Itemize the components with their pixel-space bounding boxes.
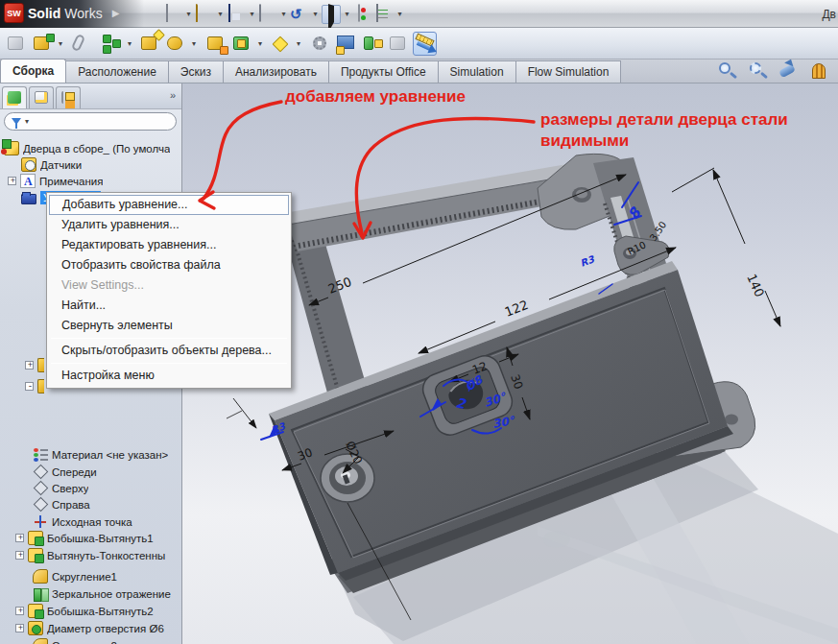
tree-item-hole-diameter[interactable]: Диаметр отверстия Ø6 — [0, 620, 181, 636]
filter-funnel-icon — [12, 118, 21, 125]
tree-item-mirror1[interactable]: Зеркальное отражение — [0, 585, 181, 602]
assembly-features-button[interactable]: ▾ — [230, 32, 254, 56]
undo-button[interactable]: ↺ — [290, 5, 309, 24]
expand-toggle[interactable] — [25, 382, 34, 391]
menu-item-find[interactable]: Найти... — [49, 296, 289, 316]
expand-toggle[interactable] — [8, 177, 16, 185]
dropdown-arrow[interactable]: ▾ — [258, 39, 262, 48]
tree-item-front-plane[interactable]: Спереди — [0, 464, 181, 480]
tree-item-boss-extrude2[interactable]: Бобышка-Вытянуть2 — [0, 603, 181, 619]
tab-featuremanager-tree[interactable] — [2, 86, 27, 108]
zoom-area-icon — [750, 62, 761, 74]
rebuild-button[interactable] — [353, 5, 372, 24]
design-checker-button[interactable] — [374, 5, 394, 24]
print-button[interactable] — [258, 5, 277, 24]
dropdown-arrow[interactable]: ▾ — [184, 5, 193, 24]
dropdown-arrow[interactable]: ▾ — [248, 5, 256, 24]
tree-item-root[interactable]: Дверца в сборе_ (По умолча — [0, 140, 181, 156]
checklist-icon — [376, 4, 378, 22]
tab-configurationmanager[interactable] — [56, 86, 81, 108]
edit-component-button[interactable] — [5, 32, 29, 56]
reference-geometry-button[interactable]: ▾ — [269, 32, 293, 56]
tree-item-label: Дверца в сборе_ (По умолча — [23, 143, 170, 155]
simulation-gears-button[interactable] — [309, 32, 333, 56]
bom-table-button[interactable] — [335, 32, 359, 56]
dim-r3-corner: R3 — [579, 253, 597, 269]
tab-evaluate[interactable]: Анализировать — [223, 60, 329, 83]
traffic-light-icon — [358, 4, 360, 22]
exploded-view-button[interactable] — [361, 32, 385, 56]
expand-toggle[interactable] — [15, 534, 24, 542]
undo-icon: ↺ — [290, 6, 302, 22]
move-component-button[interactable] — [204, 32, 228, 56]
tree-item-annotations[interactable]: Примечания — [0, 173, 181, 189]
open-folder-icon — [196, 4, 198, 22]
tree-item-label: Спереди — [52, 466, 97, 478]
tree-filter-input[interactable]: ▾ — [4, 112, 177, 131]
previous-view-button[interactable] — [778, 61, 800, 81]
tree-item-fillet1[interactable]: Скругление1 — [0, 568, 181, 584]
tab-assembly[interactable]: Сборка — [0, 59, 66, 83]
menu-item-hide-show-tree-items[interactable]: Скрыть/отобразить объекты дерева... — [49, 341, 289, 361]
menu-item-edit-equations[interactable]: Редактировать уравнения... — [49, 235, 289, 255]
hinge-icon — [167, 36, 182, 50]
zoom-area-button[interactable] — [748, 61, 769, 81]
dropdown-arrow[interactable]: ▾ — [59, 39, 62, 48]
dropdown-arrow[interactable]: ▾ — [279, 5, 288, 24]
tree-item-boss-extrude1[interactable]: Бобышка-Вытянуть1 — [0, 530, 181, 546]
tree-item-thin-extrude[interactable]: Вытянуть-Тонкостенны — [0, 547, 181, 563]
dropdown-arrow[interactable]: ▾ — [192, 39, 196, 48]
tree-item-top-plane[interactable]: Сверху — [0, 480, 181, 496]
menu-item-add-equation[interactable]: Добавить уравнение... — [49, 195, 289, 215]
tab-propertymanager[interactable] — [29, 86, 54, 108]
tree-item-origin[interactable]: Исходная точка — [0, 513, 181, 530]
tab-simulation[interactable]: Simulation — [438, 60, 516, 83]
dim-122[interactable]: 122 — [503, 298, 531, 320]
tab-layout[interactable]: Расположение — [65, 60, 169, 83]
dropdown-arrow[interactable]: ▾ — [311, 5, 320, 24]
save-button[interactable] — [227, 5, 246, 24]
door-lock[interactable] — [321, 454, 374, 502]
tab-office-products[interactable]: Продукты Office — [328, 60, 439, 83]
dropdown-arrow[interactable]: ▾ — [343, 5, 351, 24]
zoom-fit-button[interactable] — [717, 61, 738, 81]
new-document-button[interactable] — [163, 5, 182, 24]
attachments-button[interactable] — [67, 32, 91, 56]
mate-button[interactable]: ▾ — [100, 32, 124, 56]
menu-item-collapse-items[interactable]: Свернуть элементы — [49, 316, 289, 336]
instant3d-button[interactable] — [387, 32, 411, 56]
dropdown-arrow[interactable]: ▾ — [297, 39, 300, 48]
dropdown-arrow[interactable]: ▾ — [128, 39, 132, 48]
tree-item-right-plane[interactable]: Справа — [0, 496, 181, 513]
equations-folder-icon — [21, 194, 36, 204]
tab-flow-simulation[interactable]: Flow Simulation — [515, 60, 622, 83]
tree-item-sensors[interactable]: Датчики — [0, 156, 181, 173]
section-view-button[interactable] — [809, 61, 830, 81]
application-window: 250 122 140 30 Ø20 12 30 8 3.50 R10 R3 R… — [0, 0, 838, 644]
mate-icon — [112, 39, 121, 48]
expand-toggle[interactable] — [15, 624, 24, 632]
feature-badge — [237, 39, 246, 48]
tab-sketch[interactable]: Эскиз — [168, 60, 224, 83]
panel-overflow-chevron[interactable]: » — [170, 89, 176, 101]
hinge-mate-button[interactable]: ▾ — [164, 32, 188, 56]
measure-button[interactable] — [413, 32, 437, 56]
tree-item-material[interactable]: Материал <не указан> — [0, 446, 181, 463]
menu-item-delete-equations[interactable]: Удалить уравнения... — [49, 215, 289, 235]
dim-140[interactable]: 140 — [744, 272, 767, 299]
smart-fasteners-button[interactable] — [138, 32, 162, 56]
menu-item-customize-menu[interactable]: Настройка меню — [49, 366, 289, 386]
select-button[interactable] — [322, 5, 341, 24]
expand-toggle[interactable] — [15, 551, 24, 560]
dropdown-arrow[interactable]: ▾ — [395, 5, 404, 24]
dropdown-arrow[interactable]: ▾ — [216, 5, 225, 24]
menu-item-show-file-properties[interactable]: Отобразить свойства файла — [49, 255, 289, 275]
paperclip-icon — [71, 33, 85, 51]
expand-toggle[interactable] — [25, 361, 34, 370]
insert-component-button[interactable]: ▾ — [31, 32, 55, 56]
menu-expand-arrow[interactable]: ▶ — [112, 8, 120, 18]
filter-dropdown-arrow[interactable]: ▾ — [25, 117, 29, 126]
expand-toggle[interactable] — [15, 607, 24, 615]
open-document-button[interactable] — [195, 5, 214, 24]
tree-item-fillet2[interactable]: Скругление2 — [0, 637, 181, 644]
